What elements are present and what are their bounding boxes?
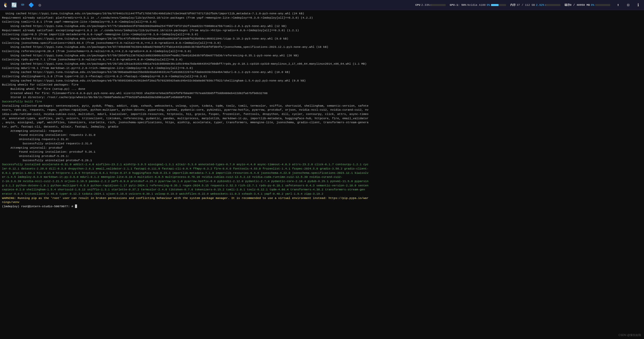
terminal-line: ler-0.12.1 datasets-2.20.0 dill-0.3.8 dn… (2, 167, 642, 171)
terminal-line: nings/venv (2, 200, 642, 204)
terminal-line: g-3.1.2 python-dotenv-1.0.1 python-multi… (2, 184, 642, 188)
terminal-line: cepiece-0.2.0 shellingham-1.5.4 shortuui… (2, 188, 642, 192)
terminal-line: 2-10.3.6.39 nvidia-nccl-cu12-2.21.5 orjs… (2, 179, 642, 184)
terminal-line: Attempting uninstall: requests (2, 129, 642, 133)
terminal-line: Collecting jsonschema-specifications>=20… (2, 41, 642, 45)
terminal-line: Using cached https://pypi.tuna.tsinghua.… (2, 62, 642, 66)
mem-bar (545, 4, 560, 6)
cpu-value: 2.33% (421, 4, 430, 7)
mem-stat: 内存 37 / 112 GB 2.92% (510, 3, 560, 7)
terminal-line: Attempting uninstall: protobuf (2, 146, 642, 150)
terminal-line: erator-0.0.5 tritonclient-2.46.0 typer-0… (2, 192, 642, 196)
app-icon-1[interactable]: 🐧 (2, 2, 9, 9)
terminal-line: Requirement already satisfied: exception… (2, 28, 642, 33)
app-icon-4[interactable]: 🔷 (28, 2, 35, 9)
terminal-line: Using cached https://pypi.tuna.tsinghua.… (2, 70, 642, 74)
terminal-line: Installing collected packages: sentencep… (2, 104, 642, 108)
gpu-value: 0% (487, 4, 490, 7)
cpu-label: CPU (415, 4, 420, 7)
terminal-line: Building wheel for fire (setup.py) ... d… (2, 87, 642, 91)
gpu-bar (491, 4, 506, 6)
app-icon-5[interactable]: ◎ (36, 2, 43, 9)
disk-value: 0% (591, 4, 594, 7)
terminal-line: Using cached https://pypi.tuna.tsinghua.… (2, 12, 642, 16)
terminal-line: Found existing installation: protobuf 5.… (2, 150, 642, 154)
terminal-line: Collecting rpds-py>=0.7.1 (from jsonsche… (2, 58, 642, 62)
terminal-line: Created wheel for fire: filename=fire-6.… (2, 91, 642, 96)
terminal-line: Using cached https://pypi.tuna.tsinghua.… (2, 54, 642, 58)
terminal-line: Collecting tomli>=2.0.1 (from yapf->mmen… (2, 20, 642, 24)
gpu-name: Nvidia A100 (467, 4, 486, 7)
terminal-line: Successfully installed accelerate-0.31.0… (2, 162, 642, 167)
terminal-line: tor, peft, fastapi-cli, datasets, altair… (2, 125, 642, 129)
terminal-line: Using cached https://pypi.tuna.tsinghua.… (2, 24, 642, 28)
terminal-line: Collecting referencing>=0.28.4 (from jso… (2, 49, 642, 54)
disk-stat: 磁存0 / 40950 MB 0% (564, 3, 610, 7)
mem-value: 37 / 112 GB (517, 4, 535, 7)
cpu-bar (431, 4, 446, 6)
terminal-line: er-1.4.5 lmdeploy-0.3.0 markdown-it-py-3… (2, 175, 642, 179)
disk-label: 磁存0 / 40950 MB (564, 3, 590, 7)
app-icon-2[interactable]: 🔄 (11, 2, 18, 9)
terminal-line: Uninstalling protobuf-5.26.1: (2, 154, 642, 158)
terminal-line: Collecting mdurl~=0.1 (from markdown-it-… (2, 66, 642, 70)
terminal-prompt: (lmdeploy) root@intern-studio-50079077: … (2, 204, 642, 209)
terminal-line: Using cached https://pypi.tuna.tsinghua.… (2, 45, 642, 49)
info-icon[interactable]: ℹ (634, 1, 642, 9)
cpu-stat: CPU 2.33% (415, 4, 446, 7)
terminal-line: Stored in directory: /root/.cache/pip/wh… (2, 95, 642, 100)
gpu-label: GPU-1: 50% (450, 4, 466, 7)
terminal-line: Successfully built fire (2, 100, 642, 104)
terminal-line: Using cached https://pypi.tuna.tsinghua.… (2, 79, 642, 83)
disk-bar (595, 4, 610, 6)
terminal-line: Found existing installation: requests 2.… (2, 133, 642, 137)
terminal-line: ut, annotated-types, aiofiles, yarl, uvi… (2, 116, 642, 121)
gpu-stat: GPU-1: 50% Nvidia A100 0% (450, 4, 506, 7)
upload-icon[interactable]: ⬆ (614, 1, 622, 9)
terminal-line: Successfully uninstalled requests-2.31.0 (2, 142, 642, 146)
terminal-line: 0.6.1 grpcio-1.64.1 h11-0.14.0 httpcore-… (2, 171, 642, 175)
terminal-line: Using cached https://pypi.tuna.tsinghua.… (2, 37, 642, 41)
terminal-line: idia-cuda-runtime-cu12, nvidia-cublas-cu… (2, 112, 642, 116)
terminal-line: WARNING: Running pip as the 'root' user … (2, 196, 642, 200)
watermark: CSDN @懂你如我 (619, 333, 641, 337)
screenshot-icon[interactable]: ⊡ (624, 1, 632, 9)
cursor (75, 204, 77, 208)
terminal-line: Building wheels for collected packages: … (2, 83, 642, 87)
mem-pct: 2.92% (536, 4, 544, 7)
terminal-line: Uninstalling requests-2.31.0: (2, 137, 642, 142)
terminal[interactable]: Using cached https://pypi.tuna.tsinghua.… (0, 10, 644, 339)
terminal-line: Requirement already satisfied: platformd… (2, 16, 642, 20)
mem-label: 内存 (510, 3, 516, 7)
terminal-line: nsors, rpds-py, requests, regex, python-… (2, 108, 642, 112)
terminal-line: Collecting zipp>=0.5 (from importlib-met… (2, 32, 642, 37)
terminal-line: Collecting shellingham>=1.3.0 (from type… (2, 74, 642, 79)
terminal-line: Successfully uninstalled protobuf-5.26.1 (2, 158, 642, 163)
app-icon-3[interactable]: ⌨ (19, 2, 26, 9)
terminal-line: , anyio, aiosignal, yapf, watchfiles, to… (2, 120, 642, 125)
